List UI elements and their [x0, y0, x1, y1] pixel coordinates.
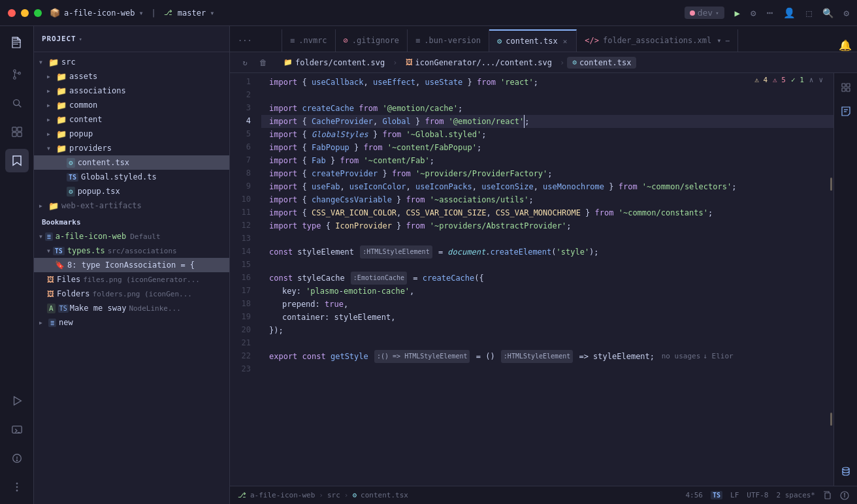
tree-item-assets[interactable]: ▶ 📁 assets [34, 69, 229, 84]
editor-indicators: ⚠ 4 ⚠ 5 ✓ 1 ∧ ∨ [754, 76, 823, 84]
bookmark-item-files[interactable]: 🖼 Files files.png (iconGenerator... [34, 272, 229, 287]
tab-more[interactable]: ··· [230, 29, 282, 52]
activity-files[interactable] [5, 31, 29, 55]
notification-icon[interactable]: 🔔 [839, 39, 852, 52]
layout-icon[interactable]: ⬚ [806, 8, 811, 18]
svg-point-4 [13, 70, 16, 72]
sidebar: Project ▾ ▼ 📁 src ▶ 📁 assets ▶ 📁 associa… [34, 26, 230, 504]
tab-bun-label: .bun-version [424, 36, 481, 45]
tree-arrow-new: ▶ [39, 320, 46, 326]
bc-refresh-btn[interactable]: ↻ [238, 55, 252, 70]
sidebar-chevron[interactable]: ▾ [79, 36, 83, 42]
bc-sep-2: › [560, 58, 564, 67]
tree-item-popup-tsx[interactable]: ▶ ⚙ popup.tsx [34, 184, 229, 198]
bookmark-group-main[interactable]: ▼ ≡ a-file-icon-web Default [34, 229, 229, 244]
bookmark-item-type-icon[interactable]: 🔖 8: type IconAssociation = { [34, 258, 229, 272]
tab-content-icon: ⚙ [497, 37, 502, 46]
maximize-button[interactable] [34, 9, 42, 17]
tab-close-content[interactable]: ✕ [562, 37, 569, 46]
activity-search[interactable] [5, 91, 29, 115]
sb-branch[interactable]: a-file-icon-web [250, 491, 315, 499]
search-icon[interactable]: 🔍 [822, 8, 833, 18]
sb-position-val: 4:56 [685, 491, 703, 499]
bc-delete-btn[interactable]: 🗑 [256, 55, 270, 70]
ln-9: 9 [230, 180, 256, 193]
tab-gitignore[interactable]: ⊘ .gitignore [336, 29, 408, 52]
editor-content[interactable]: ⚠ 4 ⚠ 5 ✓ 1 ∧ ∨ import { useCallback , u… [261, 73, 833, 486]
run-icon[interactable]: ▶ [735, 8, 740, 18]
tree-item-new[interactable]: ▶ ≡ new [34, 315, 229, 330]
tree-item-global-styled[interactable]: ▶ TS Global.styled.ts [34, 170, 229, 184]
activity-run[interactable] [5, 389, 29, 413]
activity-more2[interactable] [5, 475, 29, 499]
bm-sway-label: Make me sway [70, 304, 127, 313]
code-line-20: }); [261, 324, 833, 337]
dev-badge[interactable]: dev ▾ [685, 7, 724, 19]
activity-extensions[interactable] [5, 120, 29, 144]
sb-indent[interactable]: 2 spaces* [776, 491, 815, 499]
chevron-down-icon[interactable]: ∨ [818, 76, 823, 84]
code-line-2 [261, 89, 833, 102]
tab-folder-assoc[interactable]: </> folder_associations.xml ▾ ⋯ [577, 29, 738, 52]
code-line-13 [261, 232, 833, 245]
right-panel-database[interactable] [837, 462, 855, 480]
bookmark-item-make-me-sway[interactable]: A TS Make me sway NodeLinke... [34, 301, 229, 315]
tab-nvmrc[interactable]: ≡ .nvmrc [282, 29, 336, 52]
tree-item-content[interactable]: ▶ 📁 content [34, 112, 229, 127]
right-panel-outline[interactable] [837, 78, 855, 97]
more-icon[interactable]: ⋯ [766, 7, 773, 19]
ln-2: 2 [230, 89, 256, 102]
tree-item-content-tsx[interactable]: ▶ ⚙ content.tsx [34, 155, 229, 170]
activity-terminal[interactable] [5, 418, 29, 441]
chevron-up-icon[interactable]: ∧ [809, 76, 814, 84]
code-line-4: import { CacheProvider , Global } from '… [261, 115, 833, 128]
bookmark-item-folders[interactable]: 🖼 Folders folders.png (iconGen... [34, 287, 229, 301]
sb-encoding[interactable]: UTF-8 [747, 491, 768, 499]
bm-types-arrow: ▼ [47, 248, 50, 254]
folder-icon-associations: 📁 [56, 86, 67, 96]
tab-more-label: ··· [238, 36, 252, 45]
scroll-marker-2 [830, 413, 832, 426]
bc-gen-label: iconGenerator/.../content.svg [415, 58, 553, 67]
bc-tab-folders-svg[interactable]: 📁 folders/content.svg [278, 57, 390, 69]
bookmark-group-types[interactable]: ▼ TS types.ts src/associations [34, 244, 229, 258]
tree-arrow-web-ext: ▶ [39, 203, 46, 209]
bookmarks-header: Bookmarks [34, 213, 229, 229]
tab-content-tsx[interactable]: ⚙ content.tsx ✕ [489, 29, 577, 52]
debug-icon[interactable]: ⚙ [751, 8, 756, 18]
svg-line-9 [18, 105, 21, 108]
bm-folders-path: folders.png (iconGen... [93, 290, 192, 298]
close-button[interactable] [8, 9, 16, 17]
sb-lf-val: LF [730, 491, 739, 499]
activity-issues[interactable] [5, 447, 29, 470]
tab-bun-version[interactable]: ≡ .bun-version [408, 29, 489, 52]
minimize-button[interactable] [21, 9, 29, 17]
code-line-7: import { Fab } from '~content/Fab' ; [261, 154, 833, 167]
sb-copy-icon[interactable] [823, 491, 832, 500]
sb-info-icon[interactable] [840, 491, 849, 500]
bc-tab-content-tsx[interactable]: ⚙ content.tsx [567, 57, 636, 69]
ts-icon-bm2: TS [58, 304, 69, 313]
sb-line-ending[interactable]: LF [730, 491, 739, 499]
tree-item-web-ext[interactable]: ▶ 📁 web-ext-artifacts [34, 198, 229, 213]
tree-item-associations[interactable]: ▶ 📁 associations [34, 84, 229, 98]
error-count: ⚠ 5 [773, 76, 786, 84]
bc-tab-icongenerator[interactable]: 🖼 iconGenerator/.../content.svg [400, 57, 558, 69]
sb-position[interactable]: 4:56 [685, 491, 703, 499]
right-panel-note[interactable] [837, 102, 855, 120]
tree-item-providers[interactable]: ▼ 📁 providers [34, 141, 229, 155]
tree-item-popup[interactable]: ▶ 📁 popup [34, 127, 229, 141]
activity-git[interactable] [5, 63, 29, 86]
bm-types-path: src/associations [108, 247, 177, 255]
tree-item-src[interactable]: ▼ 📁 src [34, 55, 229, 69]
activity-bookmarks[interactable] [5, 149, 29, 172]
sb-file[interactable]: content.tsx [361, 491, 408, 499]
settings-icon[interactable]: ⚙ [844, 8, 849, 18]
user-icon[interactable]: 👤 [783, 7, 796, 19]
sb-path[interactable]: src [327, 491, 340, 499]
tree-item-common[interactable]: ▶ 📁 common [34, 98, 229, 112]
sb-ts-item[interactable]: TS [711, 491, 722, 499]
bm-group-arrow: ▼ [39, 234, 42, 240]
tab-expand-icon[interactable]: ▾ [717, 36, 721, 45]
tab-more2-icon[interactable]: ⋯ [725, 37, 730, 45]
